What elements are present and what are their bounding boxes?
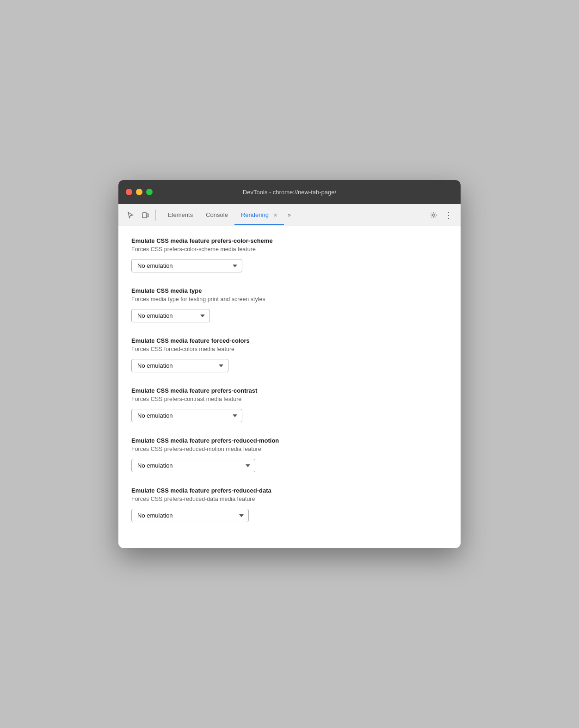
- menu-button[interactable]: ⋮: [442, 209, 455, 222]
- setting-title-media-type: Emulate CSS media type: [131, 287, 448, 294]
- select-prefers-reduced-data[interactable]: No emulation prefers-reduced-data: no-pr…: [131, 509, 249, 522]
- setting-desc-prefers-reduced-motion: Forces CSS prefers-reduced-motion media …: [131, 446, 448, 452]
- titlebar: DevTools - chrome://new-tab-page/: [118, 180, 461, 204]
- inspect-element-button[interactable]: [124, 209, 137, 222]
- setting-group-prefers-reduced-data: Emulate CSS media feature prefers-reduce…: [131, 487, 448, 522]
- setting-desc-prefers-contrast: Forces CSS prefers-contrast media featur…: [131, 396, 448, 402]
- setting-desc-prefers-reduced-data: Forces CSS prefers-reduced-data media fe…: [131, 496, 448, 502]
- svg-rect-0: [142, 213, 147, 218]
- setting-desc-media-type: Forces media type for testing print and …: [131, 296, 448, 302]
- devtools-window: DevTools - chrome://new-tab-page/ Elemen…: [118, 180, 461, 548]
- select-forced-colors[interactable]: No emulation forced-colors: none forced-…: [131, 359, 228, 372]
- setting-group-prefers-contrast: Emulate CSS media feature prefers-contra…: [131, 387, 448, 422]
- more-tabs-button[interactable]: »: [284, 209, 295, 222]
- tab-rendering[interactable]: Rendering ✕: [234, 209, 284, 221]
- toolbar-right: ⋮: [427, 209, 455, 222]
- tabs: Elements Console Rendering ✕ »: [161, 209, 425, 222]
- setting-title-prefers-reduced-data: Emulate CSS media feature prefers-reduce…: [131, 487, 448, 494]
- setting-desc-prefers-color-scheme: Forces CSS prefers-color-scheme media fe…: [131, 246, 448, 253]
- svg-point-2: [433, 214, 435, 216]
- setting-title-forced-colors: Emulate CSS media feature forced-colors: [131, 337, 448, 344]
- setting-title-prefers-reduced-motion: Emulate CSS media feature prefers-reduce…: [131, 437, 448, 444]
- setting-group-media-type: Emulate CSS media type Forces media type…: [131, 287, 448, 322]
- traffic-lights: [126, 189, 153, 195]
- tab-console[interactable]: Console: [199, 209, 234, 221]
- setting-group-prefers-reduced-motion: Emulate CSS media feature prefers-reduce…: [131, 437, 448, 472]
- setting-desc-forced-colors: Forces CSS forced-colors media feature: [131, 346, 448, 352]
- toolbar: Elements Console Rendering ✕ » ⋮: [118, 204, 461, 226]
- setting-group-prefers-color-scheme: Emulate CSS media feature prefers-color-…: [131, 237, 448, 272]
- select-prefers-contrast[interactable]: No emulation prefers-contrast: no-prefer…: [131, 409, 242, 422]
- setting-title-prefers-color-scheme: Emulate CSS media feature prefers-color-…: [131, 237, 448, 244]
- svg-rect-1: [147, 214, 148, 217]
- window-title: DevTools - chrome://new-tab-page/: [243, 189, 336, 196]
- device-toolbar-button[interactable]: [139, 209, 152, 222]
- rendering-panel: Emulate CSS media feature prefers-color-…: [118, 226, 461, 548]
- select-media-type[interactable]: No emulation print screen: [131, 309, 210, 322]
- tab-rendering-close[interactable]: ✕: [273, 212, 277, 218]
- settings-button[interactable]: [427, 209, 440, 222]
- select-prefers-reduced-motion[interactable]: No emulation prefers-reduced-motion: no-…: [131, 459, 255, 472]
- tab-elements[interactable]: Elements: [161, 209, 199, 221]
- minimize-button[interactable]: [136, 189, 142, 195]
- select-prefers-color-scheme[interactable]: No emulation prefers-color-scheme: light…: [131, 259, 242, 272]
- setting-title-prefers-contrast: Emulate CSS media feature prefers-contra…: [131, 387, 448, 394]
- maximize-button[interactable]: [146, 189, 153, 195]
- toolbar-divider: [155, 210, 156, 221]
- setting-group-forced-colors: Emulate CSS media feature forced-colors …: [131, 337, 448, 372]
- close-button[interactable]: [126, 189, 132, 195]
